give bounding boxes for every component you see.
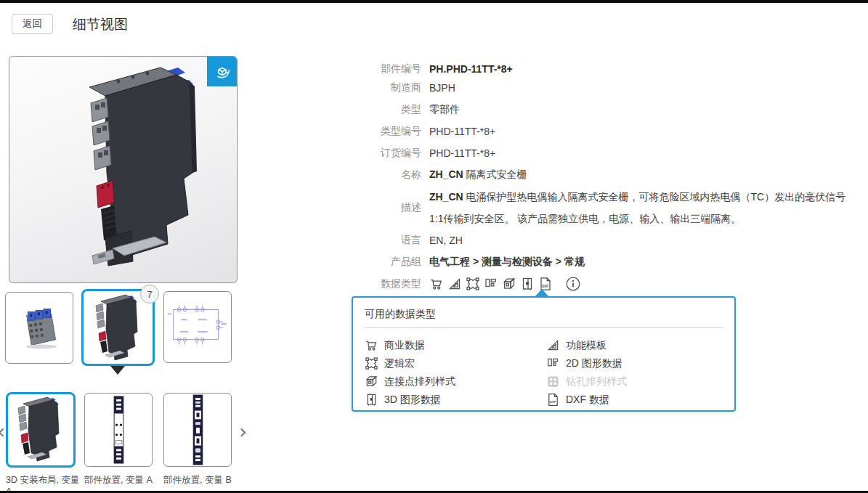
detail-row-type-number: 类型编号 PHD-11TT-*8+	[0, 121, 854, 142]
part-number-label: 部件编号	[0, 62, 421, 76]
popup-arrow	[535, 289, 548, 296]
thumbnail-photo-image	[6, 293, 73, 363]
3d-graphic-icon	[520, 277, 535, 291]
connection-point-icon	[502, 277, 516, 291]
thumbnail-3d-image	[84, 291, 153, 364]
type-label: 类型	[0, 103, 421, 116]
order-number-value: PHD-11TT-*8+	[429, 147, 495, 159]
caption-placement-variant-a: 部件放置, 变量 A	[84, 474, 164, 486]
language-label: 语言	[0, 234, 421, 247]
datatype-label: DXF 数据	[566, 394, 609, 407]
detail-row-data-types: 数据类型 DXF	[0, 273, 854, 295]
thumbnail-placement-a-image	[85, 394, 152, 466]
cart-icon	[429, 277, 444, 291]
datatype-item-3d-graphic-data: 3D 图形数据	[365, 391, 546, 409]
2d-graphic-icon	[546, 356, 560, 370]
thumbnail-photo[interactable]	[5, 292, 73, 364]
type-number-label: 类型编号	[0, 125, 421, 138]
datatype-item-2d-graphic-data: 2D 图形数据	[546, 354, 723, 372]
datatype-item-commercial-data: 商业数据	[365, 336, 546, 354]
detail-row-product-group: 产品组 电气工程 > 测量与检测设备 > 常规	[0, 251, 854, 273]
drill-pattern-icon	[546, 375, 560, 388]
data-types-label: 数据类型	[0, 277, 421, 290]
datatype-label: 连接点排列样式	[384, 375, 455, 388]
function-template-icon	[546, 338, 560, 352]
3d-graphic-icon	[365, 393, 378, 407]
detail-row-order-number: 订货编号 PHD-11TT-*8+	[0, 142, 854, 164]
detail-row-part-number: 部件编号 PH.PHD-11TT-*8+	[0, 55, 854, 77]
thumbnail-placement-variant-b[interactable]	[163, 393, 232, 467]
popup-title: 可用的数据类型	[353, 298, 734, 327]
detail-row-type: 类型 零部件	[0, 99, 854, 121]
detail-row-manufacturer: 制造商 BJPH	[0, 77, 854, 99]
function-template-icon	[447, 277, 462, 291]
data-type-icons: DXF	[429, 276, 581, 292]
thumbnail-placement-b-image	[164, 394, 231, 466]
datatype-label: 逻辑宏	[384, 357, 415, 370]
svg-text:DXF: DXF	[550, 400, 556, 404]
datatype-label: 商业数据	[384, 339, 425, 352]
macro-icon	[466, 277, 480, 291]
macro-icon	[365, 356, 378, 370]
info-button[interactable]	[565, 276, 581, 292]
datatype-item-dxf-data: DXF DXF 数据	[546, 391, 723, 409]
description-label: 描述	[0, 201, 421, 214]
caption-placement-variant-b: 部件放置, 变量 B	[163, 474, 243, 486]
thumbnail-placement-variant-a[interactable]	[84, 393, 153, 467]
svg-text:DXF: DXF	[542, 285, 548, 288]
popup-grid: 商业数据 逻辑宏 连接点排列样式 3D 图形数据 功能模板 2D 图形	[353, 328, 734, 409]
datatype-item-connection-point-pattern: 连接点排列样式	[365, 372, 546, 391]
thumbnail-3d-layout-image	[8, 394, 73, 465]
product-group-value: 电气工程 > 测量与检测设备 > 常规	[429, 256, 585, 269]
type-number-value: PHD-11TT-*8+	[429, 126, 495, 137]
language-value: EN, ZH	[429, 235, 463, 246]
type-value: 零部件	[429, 103, 460, 116]
detail-row-name: 名称 ZH_CN 隔离式安全栅	[0, 164, 854, 186]
info-icon	[565, 276, 581, 292]
datatype-item-logic-macro: 逻辑宏	[365, 354, 546, 372]
name-value: ZH_CN 隔离式安全栅	[429, 168, 527, 182]
manufacturer-value: BJPH	[429, 82, 455, 94]
part-number-value: PH.PHD-11TT-*8+	[429, 63, 513, 75]
detail-row-description: 描述 ZH_CN 电涌保护型热电偶输入隔离式安全栅，可将危险区域内热电偶（TC）…	[0, 186, 854, 229]
manufacturer-label: 制造商	[0, 81, 421, 94]
datatype-label: 钻孔排列样式	[566, 375, 627, 388]
description-value: ZH_CN 电涌保护型热电偶输入隔离式安全栅，可将危险区域内热电偶（TC）发出的…	[429, 186, 854, 229]
datatype-item-function-template: 功能模板	[546, 336, 723, 354]
datatype-item-drill-pattern-disabled: 钻孔排列样式	[546, 372, 723, 391]
datatype-label: 功能模板	[566, 339, 607, 352]
order-number-label: 订货编号	[0, 147, 421, 160]
window-top-edge	[0, 0, 868, 3]
gallery-prev-button[interactable]: ‹	[0, 422, 5, 442]
available-data-types-popup: 可用的数据类型 商业数据 逻辑宏 连接点排列样式 3D 图形数据	[352, 296, 736, 412]
selected-thumbnail-pointer	[110, 366, 125, 375]
dxf-icon: DXF	[546, 393, 560, 407]
details-panel: 部件编号 PH.PHD-11TT-*8+ 制造商 BJPH 类型 零部件 类型编…	[0, 55, 854, 295]
page-title: 细节视图	[73, 15, 128, 34]
name-label: 名称	[0, 168, 421, 182]
cart-icon	[365, 338, 378, 352]
back-button[interactable]: 返回	[12, 14, 53, 34]
product-group-label: 产品组	[0, 256, 421, 269]
thumbnail-schematic-image	[164, 292, 231, 362]
thumbnail-schematic[interactable]	[163, 291, 232, 363]
connection-point-icon	[365, 375, 378, 388]
variant-count-badge: 7	[140, 285, 159, 303]
thumbnail-3d-layout-variant-a[interactable]	[6, 392, 76, 468]
gallery-next-button[interactable]: ›	[239, 422, 247, 442]
datatype-label: 3D 图形数据	[384, 394, 441, 407]
datatype-label: 2D 图形数据	[566, 357, 622, 370]
detail-row-language: 语言 EN, ZH	[0, 229, 854, 251]
2d-graphic-icon	[484, 277, 498, 291]
